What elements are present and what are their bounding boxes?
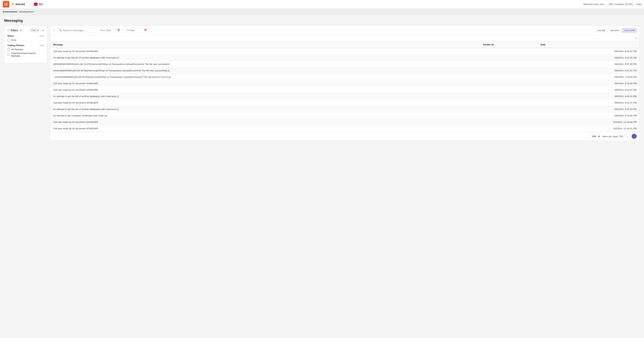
- from-date-wrapper[interactable]: 📅: [98, 28, 123, 33]
- message-cell: (wn0mdwk0000EK)(54.69.99.58)(HarmonyEDIA…: [50, 68, 480, 74]
- message-cell: ›(wn0mdwk0000EK)(54.69.99.58)(HarmonyEDI…: [50, 74, 480, 80]
- status-section-title: Status Clear: [7, 35, 44, 37]
- date-cell: 5/8/2024, 6:41:37 PM: [538, 100, 640, 106]
- commercehub-label: CommerceHub Amazon Marketpl...: [11, 52, 44, 57]
- env-bar: Environment: Development ▾: [0, 8, 644, 15]
- status-error-label: Error: [11, 39, 16, 41]
- date-cell: 5/8/2024, 8:07:49 PM: [538, 61, 640, 68]
- message-cell: (WN0MDWK00005H)(54.244.15.87)(HarmonyEDI…: [50, 61, 480, 68]
- filter-extra-row: ↻: [50, 35, 640, 42]
- date-range-buttons: Last day Last week Last month: [595, 28, 637, 32]
- all-partners-checkbox-row[interactable]: All Partners: [7, 48, 44, 51]
- table-row[interactable]: (WN0MDWK00005H)(54.244.15.87)(HarmonyEDI…: [50, 61, 640, 68]
- next-page-button[interactable]: ›: [632, 134, 637, 139]
- edi-logo: EDI: [34, 2, 43, 6]
- message-text: Call was made by for document 425481809: [53, 127, 98, 130]
- table-row[interactable]: Call was made by for document 4254818095…: [50, 48, 640, 54]
- table-row[interactable]: Call was made by for document 4254818095…: [50, 80, 640, 87]
- table-row[interactable]: An attempt to get the list of archive da…: [50, 54, 640, 61]
- env-label: Environment:: [3, 10, 18, 13]
- top-nav: ✦ Jitterbit EDI Welcome back, Jan ▾ ABC …: [0, 0, 644, 8]
- user-menu[interactable]: Welcome back, Jan ▾: [583, 3, 605, 6]
- last-day-button[interactable]: Last day: [595, 28, 607, 32]
- message-cell: Call was made by for document 425481809: [50, 87, 480, 93]
- date-cell: 5/8/2024, 6:39:10 PM: [538, 106, 640, 112]
- message-cell: Call was made by for document 425481809: [50, 100, 480, 106]
- message-cell: Call was made by for document 425481809: [50, 80, 480, 87]
- env-value: Development: [19, 10, 33, 13]
- from-date-calendar-icon: 📅: [117, 29, 120, 32]
- from-date-input[interactable]: [100, 29, 116, 32]
- refresh-button[interactable]: ↻: [635, 36, 638, 40]
- close-filters-button[interactable]: ✕: [42, 29, 44, 32]
- date-cell: 5/8/2024, 7:59:24 PM: [538, 74, 640, 80]
- help-link[interactable]: Help: [636, 3, 641, 6]
- status-filter-section: Status Clear Error: [7, 35, 44, 41]
- date-cell: 5/3/2024, 12:18:46 PM: [538, 119, 640, 125]
- sender-id-cell: [480, 54, 538, 61]
- to-date-input[interactable]: [127, 29, 143, 32]
- date-cell: 5/8/2024, 8:01:51 PM: [538, 68, 640, 74]
- date-cell: 5/8/2024, 6:52:57 PM: [538, 87, 640, 93]
- status-error-checkbox[interactable]: [7, 39, 10, 41]
- page-title: Messaging: [4, 18, 640, 23]
- hamburger-button[interactable]: [3, 1, 9, 8]
- col-date: Date: [538, 42, 640, 48]
- search-input[interactable]: [63, 29, 92, 32]
- message-cell: An attempt to get the list of archive da…: [50, 106, 480, 112]
- table-body: Call was made by for document 4254818095…: [50, 48, 640, 132]
- nav-right: Welcome back, Jan ▾ ABC Company (12345) …: [583, 3, 641, 6]
- status-clear-button[interactable]: Clear: [40, 35, 44, 37]
- pagination-bar: 50 100 250 500 Items per page: 250 ‹ ›: [50, 132, 640, 140]
- prev-page-button[interactable]: ‹: [625, 134, 630, 139]
- status-error-checkbox-row[interactable]: Error: [7, 39, 44, 41]
- table-row[interactable]: An attempt to get the list of archive da…: [50, 106, 640, 112]
- per-page-label: Items per page: 250: [602, 135, 623, 138]
- table-row[interactable]: (wn0mdwk0000EK)(54.69.99.58)(HarmonyEDIA…: [50, 68, 640, 74]
- welcome-text: Welcome back, Jan: [583, 3, 604, 6]
- per-page-select[interactable]: 50 100 250 500: [590, 134, 600, 139]
- table-row[interactable]: Call was made by for document 4254818095…: [50, 100, 640, 106]
- trading-partners-filter-section: Trading Partners Clear All Partners Comm…: [7, 44, 44, 57]
- message-text: Call was made by for document 425481809: [53, 88, 98, 91]
- message-text: (wn0mdwk0000EK)(54.69.99.58)(HarmonyEDIA…: [53, 69, 170, 72]
- sender-id-cell: [480, 74, 538, 80]
- filters-header: ▽ Filters (0) Clear All ✕: [7, 28, 44, 32]
- message-cell: An attempt to get the list of archive da…: [50, 93, 480, 100]
- commercehub-checkbox-row[interactable]: CommerceHub Amazon Marketpl...: [7, 52, 44, 57]
- col-message: Message: [50, 42, 480, 48]
- env-selector[interactable]: Development ▾: [19, 10, 35, 13]
- commercehub-checkbox[interactable]: [7, 53, 10, 56]
- table-row[interactable]: ›(wn0mdwk0000EK)(54.69.99.58)(HarmonyEDI…: [50, 74, 640, 80]
- table-row[interactable]: An attempt to get the list of archive da…: [50, 93, 640, 100]
- sender-id-cell: [480, 119, 538, 125]
- message-text: Call was made by for document 425481809: [53, 50, 98, 52]
- expand-row-button[interactable]: ›: [53, 76, 54, 78]
- sender-id-cell: [480, 48, 538, 54]
- search-icon: 🔍: [59, 29, 62, 32]
- table-row[interactable]: Call was made by for document 4254818095…: [50, 87, 640, 93]
- last-week-button[interactable]: Last week: [608, 28, 622, 32]
- clear-all-button[interactable]: Clear All: [29, 28, 40, 32]
- edi-hex-icon: [34, 2, 38, 6]
- trading-partners-clear-button[interactable]: Clear: [40, 44, 44, 46]
- last-month-button[interactable]: Last month: [622, 28, 637, 32]
- to-date-calendar-icon: 📅: [144, 29, 147, 32]
- main-layout: ▽ Filters (0) Clear All ✕ Status Clear E…: [4, 26, 640, 141]
- table-row[interactable]: An attempt to get company certificates w…: [50, 112, 640, 119]
- env-chevron-icon: ▾: [34, 11, 34, 13]
- messages-table: Message Sender ID Date Call was made by …: [50, 42, 640, 132]
- message-text: An attempt to get the list of archive da…: [53, 108, 119, 110]
- table-row[interactable]: Call was made by for document 4254818095…: [50, 125, 640, 132]
- all-partners-checkbox[interactable]: [7, 48, 10, 51]
- filter-bar: ▽ 🔍 📅 📅 Last day Last week Last month: [50, 26, 640, 35]
- filter-icon: ▽: [7, 29, 9, 32]
- message-text: An attempt to get company certificates w…: [53, 114, 107, 117]
- to-date-wrapper[interactable]: 📅: [125, 28, 150, 33]
- message-text: (WN0MDWK00005H)(54.244.15.87)(HarmonyEDI…: [53, 63, 170, 66]
- message-text: Call was made by for document 425481809: [53, 82, 98, 85]
- table-row[interactable]: Call was made by for document 4254818095…: [50, 119, 640, 125]
- message-text: An attempt to get the list of archive da…: [53, 56, 119, 59]
- sender-id-cell: [480, 106, 538, 112]
- sender-id-cell: [480, 125, 538, 132]
